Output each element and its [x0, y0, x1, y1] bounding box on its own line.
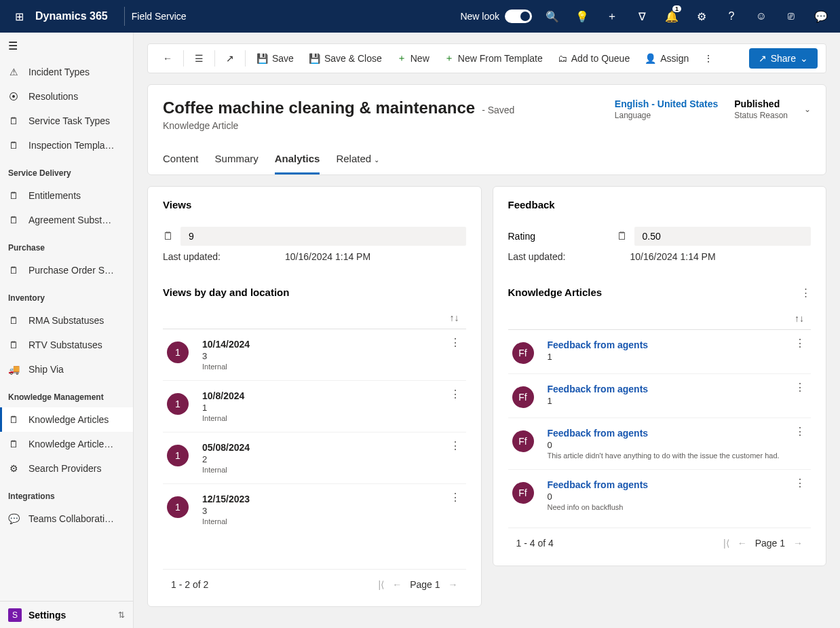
- sidebar-item[interactable]: ⚙Search Providers: [0, 456, 133, 481]
- sidebar-item-icon: 🗒: [8, 439, 19, 449]
- item-more-icon[interactable]: ⋮: [450, 491, 461, 504]
- section-more-icon[interactable]: ⋮: [801, 287, 811, 299]
- item-title[interactable]: Feedback from agents: [548, 479, 807, 490]
- sidebar-item[interactable]: 🗒Purchase Order S…: [0, 258, 133, 282]
- new-look-toggle[interactable]: New look: [460, 10, 532, 23]
- record-title: Coffee machine cleaning & maintenance: [163, 98, 475, 117]
- sidebar-item[interactable]: 💬Teams Collaborati…: [0, 506, 133, 531]
- item-title[interactable]: Feedback from agents: [548, 428, 807, 439]
- sidebar-item-label: Knowledge Article…: [28, 439, 113, 449]
- item-title[interactable]: Feedback from agents: [548, 339, 807, 350]
- next-page-icon[interactable]: →: [793, 538, 803, 549]
- feedback-list-item[interactable]: Ff Feedback from agents 1⋮: [508, 330, 812, 374]
- lightbulb-icon[interactable]: 💡: [569, 0, 596, 33]
- views-list-item[interactable]: 1 05/08/2024 2 Internal ⋮: [163, 432, 466, 484]
- views-list-item[interactable]: 1 12/15/2023 3 Internal ⋮: [163, 484, 466, 535]
- save-button[interactable]: 💾Save: [250, 48, 301, 69]
- tab-summary[interactable]: Summary: [215, 147, 259, 174]
- prev-page-icon[interactable]: ←: [392, 579, 402, 590]
- chevron-down-icon: ⌄: [374, 156, 379, 164]
- sidebar-item-label: RTV Substatuses: [28, 339, 102, 350]
- item-more-icon[interactable]: ⋮: [450, 336, 461, 349]
- notifications-icon[interactable]: 🔔1: [658, 0, 685, 33]
- new-button[interactable]: ＋New: [390, 48, 436, 69]
- overflow-icon[interactable]: ⋮: [697, 48, 720, 69]
- views-count[interactable]: 9: [180, 227, 466, 246]
- assign-button[interactable]: 👤Assign: [638, 48, 695, 69]
- add-queue-button[interactable]: 🗂Add to Queue: [551, 48, 636, 69]
- settings-gear-icon[interactable]: ⚙: [688, 0, 715, 33]
- language-value[interactable]: English - United States: [615, 98, 718, 109]
- sidebar-item[interactable]: 🗒Entitlements: [0, 183, 133, 208]
- back-button[interactable]: ←: [156, 48, 179, 69]
- sidebar-item[interactable]: 🗒Knowledge Articles: [0, 407, 133, 432]
- feedback-list-item[interactable]: Ff Feedback from agents 0This article di…: [508, 418, 812, 470]
- sidebar-item[interactable]: 🗒RTV Substatuses: [0, 333, 133, 357]
- sidebar-item-icon: ⦿: [8, 91, 19, 102]
- chevron-down-icon: ⌄: [800, 53, 808, 64]
- item-more-icon[interactable]: ⋮: [795, 477, 805, 490]
- sidebar-item[interactable]: 🗒RMA Substatuses: [0, 308, 133, 333]
- views-list-item[interactable]: 1 10/14/2024 3 Internal ⋮: [163, 329, 466, 381]
- sidebar-item-label: RMA Substatuses: [28, 315, 104, 326]
- chevron-down-icon[interactable]: ⌄: [804, 105, 811, 114]
- sidebar-item[interactable]: 🗒Service Task Types: [0, 109, 133, 133]
- rating-label: Rating: [508, 231, 610, 242]
- tab-analytics[interactable]: Analytics: [275, 147, 320, 174]
- item-more-icon[interactable]: ⋮: [450, 439, 461, 452]
- sidebar-item[interactable]: ⦿Resolutions: [0, 84, 133, 109]
- feedback-list-item[interactable]: Ff Feedback from agents 1⋮: [508, 374, 812, 418]
- next-page-icon[interactable]: →: [448, 579, 458, 590]
- sort-icon[interactable]: ↑↓: [450, 312, 459, 323]
- item-more-icon[interactable]: ⋮: [450, 388, 461, 401]
- first-page-icon[interactable]: |⟨: [723, 538, 729, 549]
- open-icon[interactable]: ↗: [219, 48, 241, 69]
- tab-content[interactable]: Content: [163, 147, 199, 174]
- sidebar-item-icon: 🗒: [8, 265, 19, 276]
- views-list-item[interactable]: 1 10/8/2024 1 Internal ⋮: [163, 381, 466, 432]
- first-page-icon[interactable]: |⟨: [378, 579, 384, 590]
- waffle-icon[interactable]: ⊞: [5, 10, 33, 23]
- filter-icon[interactable]: ∇: [628, 0, 655, 33]
- item-title[interactable]: Feedback from agents: [548, 384, 807, 394]
- area-switcher[interactable]: S Settings ⇅: [0, 601, 133, 628]
- panel-title: Feedback: [508, 199, 812, 210]
- area-icon: S: [8, 608, 22, 622]
- sidebar-item[interactable]: 🗒Agreement Subst…: [0, 208, 133, 232]
- save-close-button[interactable]: 💾Save & Close: [302, 48, 389, 69]
- chevron-updown-icon: ⇅: [118, 610, 125, 620]
- chat-icon[interactable]: 💬: [807, 0, 835, 33]
- share-button[interactable]: ↗Share⌄: [749, 48, 818, 69]
- hamburger-icon[interactable]: ☰: [0, 33, 133, 60]
- sidebar-item[interactable]: ⚠Incident Types: [0, 60, 133, 84]
- help-icon[interactable]: ?: [718, 0, 745, 33]
- item-badge: 1: [167, 341, 189, 363]
- tab-related[interactable]: Related⌄: [336, 147, 379, 174]
- feedback-pager: 1 - 4 of 4 |⟨ ← Page 1 →: [508, 528, 812, 558]
- app-name[interactable]: Field Service: [132, 11, 187, 22]
- smile-icon[interactable]: ☺: [748, 0, 775, 33]
- item-more-icon[interactable]: ⋮: [795, 381, 805, 394]
- item-more-icon[interactable]: ⋮: [795, 337, 805, 350]
- feedback-list-item[interactable]: Ff Feedback from agents 0Need info on ba…: [508, 470, 812, 521]
- toggle-icon[interactable]: [505, 10, 532, 23]
- plus-icon[interactable]: ＋: [598, 0, 626, 33]
- sort-icon[interactable]: ↑↓: [795, 313, 804, 324]
- item-source: Internal: [202, 414, 462, 422]
- item-count: 3: [202, 506, 462, 516]
- sidebar-section: Service Delivery: [0, 158, 133, 183]
- checklist-icon[interactable]: ☰: [188, 48, 210, 69]
- prev-page-icon[interactable]: ←: [738, 538, 747, 549]
- sidebar-item[interactable]: 🗒Knowledge Article…: [0, 432, 133, 456]
- sidebar-item-label: Ship Via: [28, 364, 64, 375]
- sidebar-item[interactable]: 🗒Inspection Templa…: [0, 133, 133, 158]
- search-icon[interactable]: 🔍: [539, 0, 566, 33]
- item-score: 0: [548, 492, 807, 502]
- sidebar-item-label: Inspection Templa…: [28, 140, 115, 151]
- sidebar-item[interactable]: 🚚Ship Via: [0, 357, 133, 382]
- rating-value[interactable]: 0.50: [634, 227, 812, 246]
- teams-icon[interactable]: ⎚: [778, 0, 805, 33]
- brand-label: Dynamics 365: [35, 10, 108, 22]
- item-more-icon[interactable]: ⋮: [795, 425, 805, 438]
- new-template-button[interactable]: ＋New From Template: [438, 48, 550, 69]
